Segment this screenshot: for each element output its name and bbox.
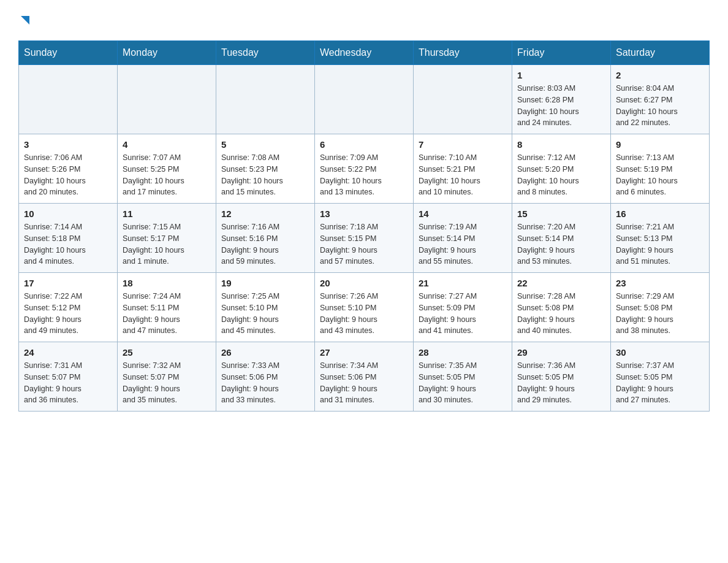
day-number: 7 — [419, 139, 507, 150]
calendar-day-cell: 2Sunrise: 8:04 AMSunset: 6:27 PMDaylight… — [611, 65, 710, 134]
calendar-day-cell: 14Sunrise: 7:19 AMSunset: 5:14 PMDayligh… — [414, 204, 512, 273]
day-number: 6 — [320, 139, 408, 150]
logo — [18, 12, 32, 28]
day-info: Sunrise: 7:09 AMSunset: 5:22 PMDaylight:… — [320, 152, 408, 198]
calendar-day-cell: 27Sunrise: 7:34 AMSunset: 5:06 PMDayligh… — [315, 342, 414, 412]
calendar-day-cell: 5Sunrise: 7:08 AMSunset: 5:23 PMDaylight… — [216, 134, 315, 204]
day-info: Sunrise: 8:03 AMSunset: 6:28 PMDaylight:… — [517, 83, 605, 129]
day-number: 5 — [221, 139, 309, 150]
day-number: 9 — [616, 139, 704, 150]
day-number: 12 — [221, 209, 309, 219]
day-info: Sunrise: 7:33 AMSunset: 5:06 PMDaylight:… — [221, 360, 309, 406]
calendar-day-cell: 20Sunrise: 7:26 AMSunset: 5:10 PMDayligh… — [315, 273, 414, 342]
day-number: 13 — [320, 209, 408, 219]
day-of-week-header: Saturday — [611, 41, 710, 65]
logo-arrow-icon — [18, 13, 32, 29]
calendar-header-row: SundayMondayTuesdayWednesdayThursdayFrid… — [19, 41, 710, 65]
calendar-day-cell: 7Sunrise: 7:10 AMSunset: 5:21 PMDaylight… — [414, 134, 512, 204]
calendar-week-row: 3Sunrise: 7:06 AMSunset: 5:26 PMDaylight… — [19, 134, 710, 204]
calendar-day-cell — [315, 65, 414, 134]
calendar-day-cell: 21Sunrise: 7:27 AMSunset: 5:09 PMDayligh… — [414, 273, 512, 342]
calendar-day-cell — [414, 65, 512, 134]
calendar-day-cell: 13Sunrise: 7:18 AMSunset: 5:15 PMDayligh… — [315, 204, 414, 273]
day-info: Sunrise: 7:18 AMSunset: 5:15 PMDaylight:… — [320, 221, 408, 267]
calendar-week-row: 24Sunrise: 7:31 AMSunset: 5:07 PMDayligh… — [19, 342, 710, 412]
day-info: Sunrise: 7:35 AMSunset: 5:05 PMDaylight:… — [419, 360, 507, 406]
day-info: Sunrise: 7:13 AMSunset: 5:19 PMDaylight:… — [616, 152, 704, 198]
day-info: Sunrise: 7:28 AMSunset: 5:08 PMDaylight:… — [517, 291, 605, 337]
calendar-day-cell: 16Sunrise: 7:21 AMSunset: 5:13 PMDayligh… — [611, 204, 710, 273]
day-number: 25 — [123, 347, 211, 358]
calendar-day-cell — [19, 65, 118, 134]
day-number: 23 — [616, 278, 704, 288]
day-info: Sunrise: 7:21 AMSunset: 5:13 PMDaylight:… — [616, 221, 704, 267]
day-number: 20 — [320, 278, 408, 288]
day-number: 1 — [517, 70, 605, 80]
calendar-day-cell: 25Sunrise: 7:32 AMSunset: 5:07 PMDayligh… — [118, 342, 216, 412]
day-of-week-header: Wednesday — [315, 41, 414, 65]
calendar-day-cell: 6Sunrise: 7:09 AMSunset: 5:22 PMDaylight… — [315, 134, 414, 204]
day-of-week-header: Friday — [512, 41, 611, 65]
day-number: 18 — [123, 278, 211, 288]
calendar-day-cell: 4Sunrise: 7:07 AMSunset: 5:25 PMDaylight… — [118, 134, 216, 204]
day-of-week-header: Monday — [118, 41, 216, 65]
calendar-day-cell: 3Sunrise: 7:06 AMSunset: 5:26 PMDaylight… — [19, 134, 118, 204]
calendar-day-cell: 12Sunrise: 7:16 AMSunset: 5:16 PMDayligh… — [216, 204, 315, 273]
day-number: 26 — [221, 347, 309, 358]
day-number: 8 — [517, 139, 605, 150]
day-info: Sunrise: 7:37 AMSunset: 5:05 PMDaylight:… — [616, 360, 704, 406]
calendar-day-cell: 22Sunrise: 7:28 AMSunset: 5:08 PMDayligh… — [512, 273, 611, 342]
svg-marker-0 — [21, 16, 29, 25]
day-number: 19 — [221, 278, 309, 288]
day-number: 3 — [24, 139, 112, 150]
calendar-week-row: 17Sunrise: 7:22 AMSunset: 5:12 PMDayligh… — [19, 273, 710, 342]
day-number: 16 — [616, 209, 704, 219]
day-info: Sunrise: 7:07 AMSunset: 5:25 PMDaylight:… — [123, 152, 211, 198]
day-info: Sunrise: 7:36 AMSunset: 5:05 PMDaylight:… — [517, 360, 605, 406]
day-number: 14 — [419, 209, 507, 219]
day-number: 28 — [419, 347, 507, 358]
day-number: 17 — [24, 278, 112, 288]
calendar-day-cell: 23Sunrise: 7:29 AMSunset: 5:08 PMDayligh… — [611, 273, 710, 342]
calendar-day-cell — [118, 65, 216, 134]
day-info: Sunrise: 8:04 AMSunset: 6:27 PMDaylight:… — [616, 83, 704, 129]
day-info: Sunrise: 7:25 AMSunset: 5:10 PMDaylight:… — [221, 291, 309, 337]
day-number: 10 — [24, 209, 112, 219]
day-info: Sunrise: 7:27 AMSunset: 5:09 PMDaylight:… — [419, 291, 507, 337]
day-number: 15 — [517, 209, 605, 219]
day-of-week-header: Thursday — [414, 41, 512, 65]
day-info: Sunrise: 7:20 AMSunset: 5:14 PMDaylight:… — [517, 221, 605, 267]
day-info: Sunrise: 7:24 AMSunset: 5:11 PMDaylight:… — [123, 291, 211, 337]
day-info: Sunrise: 7:22 AMSunset: 5:12 PMDaylight:… — [24, 291, 112, 337]
day-info: Sunrise: 7:31 AMSunset: 5:07 PMDaylight:… — [24, 360, 112, 406]
calendar-day-cell: 9Sunrise: 7:13 AMSunset: 5:19 PMDaylight… — [611, 134, 710, 204]
calendar-table: SundayMondayTuesdayWednesdayThursdayFrid… — [18, 40, 710, 412]
calendar-week-row: 10Sunrise: 7:14 AMSunset: 5:18 PMDayligh… — [19, 204, 710, 273]
day-number: 2 — [616, 70, 704, 80]
day-of-week-header: Sunday — [19, 41, 118, 65]
calendar-day-cell: 1Sunrise: 8:03 AMSunset: 6:28 PMDaylight… — [512, 65, 611, 134]
day-info: Sunrise: 7:26 AMSunset: 5:10 PMDaylight:… — [320, 291, 408, 337]
day-number: 27 — [320, 347, 408, 358]
calendar-day-cell: 15Sunrise: 7:20 AMSunset: 5:14 PMDayligh… — [512, 204, 611, 273]
day-info: Sunrise: 7:32 AMSunset: 5:07 PMDaylight:… — [123, 360, 211, 406]
day-number: 22 — [517, 278, 605, 288]
calendar-week-row: 1Sunrise: 8:03 AMSunset: 6:28 PMDaylight… — [19, 65, 710, 134]
day-number: 11 — [123, 209, 211, 219]
day-info: Sunrise: 7:34 AMSunset: 5:06 PMDaylight:… — [320, 360, 408, 406]
calendar-day-cell: 26Sunrise: 7:33 AMSunset: 5:06 PMDayligh… — [216, 342, 315, 412]
day-info: Sunrise: 7:08 AMSunset: 5:23 PMDaylight:… — [221, 152, 309, 198]
calendar-day-cell: 29Sunrise: 7:36 AMSunset: 5:05 PMDayligh… — [512, 342, 611, 412]
calendar-day-cell: 28Sunrise: 7:35 AMSunset: 5:05 PMDayligh… — [414, 342, 512, 412]
calendar-day-cell: 24Sunrise: 7:31 AMSunset: 5:07 PMDayligh… — [19, 342, 118, 412]
day-of-week-header: Tuesday — [216, 41, 315, 65]
day-info: Sunrise: 7:12 AMSunset: 5:20 PMDaylight:… — [517, 152, 605, 198]
day-number: 30 — [616, 347, 704, 358]
day-info: Sunrise: 7:19 AMSunset: 5:14 PMDaylight:… — [419, 221, 507, 267]
page-header — [18, 12, 710, 28]
calendar-day-cell: 11Sunrise: 7:15 AMSunset: 5:17 PMDayligh… — [118, 204, 216, 273]
day-info: Sunrise: 7:29 AMSunset: 5:08 PMDaylight:… — [616, 291, 704, 337]
day-info: Sunrise: 7:10 AMSunset: 5:21 PMDaylight:… — [419, 152, 507, 198]
day-info: Sunrise: 7:06 AMSunset: 5:26 PMDaylight:… — [24, 152, 112, 198]
day-number: 4 — [123, 139, 211, 150]
